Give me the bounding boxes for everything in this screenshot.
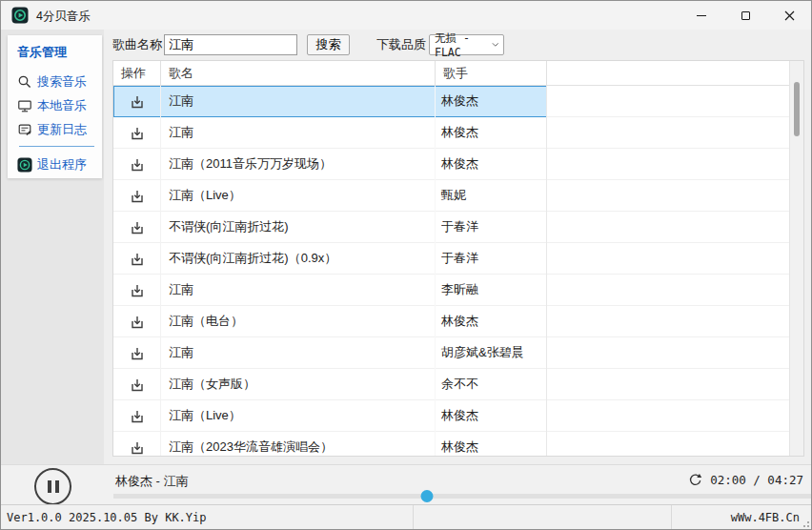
table-row[interactable]: 不谓侠(向江南折过花)（0.9x） 于春洋 bbox=[113, 243, 789, 275]
progress-slider[interactable] bbox=[113, 494, 811, 499]
download-cell[interactable] bbox=[113, 275, 161, 306]
table-row[interactable]: 江南 林俊杰 bbox=[113, 117, 789, 149]
sidebar-item-local-music[interactable]: 本地音乐 bbox=[17, 93, 102, 117]
titlebar[interactable]: 4分贝音乐 bbox=[1, 1, 811, 30]
sidebar-item-label: 本地音乐 bbox=[37, 97, 87, 114]
download-cell[interactable] bbox=[113, 212, 161, 243]
quality-select[interactable]: 无损 - FLAC bbox=[429, 34, 504, 55]
download-icon[interactable] bbox=[129, 93, 146, 111]
search-toolbar: 歌曲名称 搜索 下载品质 无损 - FLAC bbox=[112, 30, 811, 60]
table-body: 江南 林俊杰 江南 林俊杰 bbox=[113, 86, 789, 456]
row-filler bbox=[547, 149, 789, 179]
download-icon[interactable] bbox=[129, 282, 146, 299]
pause-button[interactable] bbox=[34, 468, 71, 505]
download-icon[interactable] bbox=[129, 314, 146, 331]
download-cell[interactable] bbox=[113, 180, 161, 212]
song-name-cell: 江南 bbox=[161, 337, 436, 369]
download-icon[interactable] bbox=[129, 125, 146, 142]
exit-app-icon bbox=[17, 157, 32, 173]
column-header-song[interactable]: 歌名 bbox=[161, 61, 436, 85]
download-cell[interactable] bbox=[113, 243, 161, 275]
download-cell[interactable] bbox=[113, 337, 161, 369]
column-header-operation[interactable]: 操作 bbox=[113, 61, 161, 85]
pause-icon bbox=[48, 480, 51, 493]
chevron-down-icon bbox=[492, 42, 499, 48]
download-icon[interactable] bbox=[129, 377, 146, 394]
download-icon[interactable] bbox=[129, 251, 146, 268]
search-input[interactable] bbox=[164, 34, 297, 55]
artist-cell: 李昕融 bbox=[436, 275, 547, 306]
row-filler bbox=[547, 180, 789, 211]
artist-cell: 林俊杰 bbox=[436, 149, 547, 180]
download-icon[interactable] bbox=[129, 188, 146, 205]
table-row[interactable]: 江南 李昕融 bbox=[113, 275, 789, 306]
sidebar-item-exit[interactable]: 退出程序 bbox=[17, 153, 102, 176]
song-name-cell: 不谓侠(向江南折过花)（0.9x） bbox=[161, 243, 436, 275]
sidebar-item-label: 退出程序 bbox=[37, 156, 87, 173]
download-icon[interactable] bbox=[129, 345, 146, 362]
song-name-cell: 江南（2011音乐万万岁现场） bbox=[161, 149, 436, 180]
song-name-cell: 江南（Live） bbox=[161, 400, 436, 432]
download-icon[interactable] bbox=[129, 408, 146, 425]
download-icon[interactable] bbox=[129, 439, 146, 457]
download-icon[interactable] bbox=[129, 156, 146, 173]
minimize-icon bbox=[697, 15, 706, 16]
changelog-icon bbox=[17, 122, 32, 137]
maximize-icon bbox=[741, 11, 750, 20]
progress-thumb[interactable] bbox=[421, 490, 434, 502]
download-cell[interactable] bbox=[113, 306, 161, 337]
download-cell[interactable] bbox=[113, 86, 161, 117]
repeat-button[interactable] bbox=[687, 472, 704, 489]
quality-label: 下载品质 bbox=[376, 36, 426, 53]
resize-grip-icon[interactable] bbox=[807, 525, 809, 527]
sidebar-item-label: 搜索音乐 bbox=[37, 73, 87, 91]
window-title: 4分贝音乐 bbox=[36, 9, 91, 25]
sidebar-item-changelog[interactable]: 更新日志 bbox=[17, 117, 102, 141]
table-row[interactable]: 江南（电台） 林俊杰 bbox=[113, 306, 789, 337]
table-row[interactable]: 江南（2011音乐万万岁现场） 林俊杰 bbox=[113, 149, 789, 180]
download-cell[interactable] bbox=[113, 400, 161, 432]
download-cell[interactable] bbox=[113, 149, 161, 180]
table-row[interactable]: 江南（Live） 甄妮 bbox=[113, 180, 789, 212]
minimize-button[interactable] bbox=[680, 1, 723, 30]
column-header-artist[interactable]: 歌手 bbox=[436, 61, 547, 85]
table-row[interactable]: 江南 胡彦斌&张碧晨 bbox=[113, 337, 789, 369]
close-button[interactable] bbox=[767, 1, 811, 30]
row-filler bbox=[547, 369, 789, 399]
sidebar-item-search-music[interactable]: 搜索音乐 bbox=[17, 70, 102, 93]
row-filler bbox=[547, 275, 789, 305]
results-table: 操作 歌名 歌手 江南 林俊杰 bbox=[112, 60, 804, 457]
table-row[interactable]: 江南 林俊杰 bbox=[113, 86, 789, 117]
song-name-cell: 不谓侠(向江南折过花) bbox=[161, 212, 436, 243]
row-filler bbox=[547, 117, 789, 148]
table-row[interactable]: 江南（Live） 林俊杰 bbox=[113, 400, 789, 432]
maximize-button[interactable] bbox=[723, 1, 767, 30]
song-name-label: 歌曲名称 bbox=[112, 36, 162, 53]
scrollbar-thumb[interactable] bbox=[794, 82, 800, 136]
sidebar-divider bbox=[19, 146, 94, 147]
song-name-cell: 江南 bbox=[161, 86, 436, 117]
song-name-cell: 江南（女声版） bbox=[161, 369, 436, 400]
sidebar-header: 音乐管理 bbox=[17, 44, 102, 61]
table-row[interactable]: 江南（2023华流音雄演唱会） 林俊杰 bbox=[113, 432, 789, 457]
table-header: 操作 歌名 歌手 bbox=[113, 61, 803, 86]
statusbar-spacer bbox=[414, 505, 671, 529]
sidebar-item-label: 更新日志 bbox=[37, 121, 87, 138]
table-scrollbar[interactable] bbox=[789, 61, 803, 456]
download-icon[interactable] bbox=[129, 219, 146, 236]
download-cell[interactable] bbox=[113, 369, 161, 400]
song-name-cell: 江南 bbox=[161, 275, 436, 306]
artist-cell: 林俊杰 bbox=[436, 400, 547, 432]
sidebar: 音乐管理 搜索音乐 本地音乐 更新日志 bbox=[8, 35, 102, 178]
search-button[interactable]: 搜索 bbox=[307, 34, 350, 55]
table-row[interactable]: 不谓侠(向江南折过花) 于春洋 bbox=[113, 212, 789, 243]
download-cell[interactable] bbox=[113, 117, 161, 149]
table-row[interactable]: 江南（女声版） 余不不 bbox=[113, 369, 789, 400]
artist-cell: 胡彦斌&张碧晨 bbox=[436, 337, 547, 369]
download-cell[interactable] bbox=[113, 432, 161, 457]
row-filler bbox=[547, 86, 789, 116]
row-filler bbox=[547, 243, 789, 274]
column-header-filler bbox=[547, 61, 803, 85]
song-name-cell: 江南（Live） bbox=[161, 180, 436, 212]
artist-cell: 林俊杰 bbox=[436, 117, 547, 149]
